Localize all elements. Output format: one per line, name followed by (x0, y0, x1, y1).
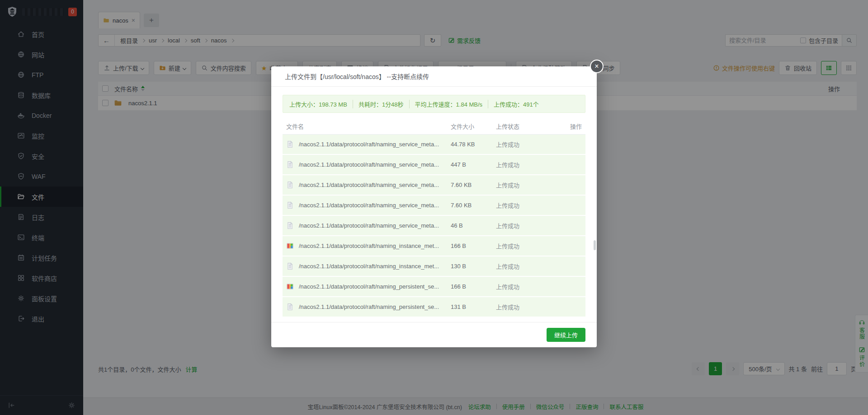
upload-row: /nacos2.1.1/data/protocol/raft/naming_se… (283, 155, 585, 174)
upload-row: /nacos2.1.1/data/protocol/raft/naming_se… (283, 175, 585, 195)
upload-file-status: 上传成功 (496, 201, 564, 210)
upload-file-name: /nacos2.1.1/data/protocol/raft/naming_in… (299, 263, 439, 270)
upload-file-name: /nacos2.1.1/data/protocol/raft/naming_se… (299, 141, 439, 148)
upload-file-size: 44.78 KB (451, 141, 496, 148)
doc-file-icon (286, 181, 294, 189)
dialog-footer: 继续上传 (271, 322, 597, 347)
upload-file-status: 上传成功 (496, 282, 564, 291)
upload-file-status: 上传成功 (496, 140, 564, 149)
upload-row: /nacos2.1.1/data/protocol/raft/naming_se… (283, 196, 585, 215)
stat-avg-speed: 平均上传速度：1.84 MB/s (409, 100, 488, 108)
upload-file-status: 上传成功 (496, 242, 564, 250)
dialog-close-button[interactable]: × (590, 60, 604, 73)
upload-file-status: 上传成功 (496, 160, 564, 169)
upload-row: /nacos2.1.1/data/protocol/raft/naming_se… (283, 216, 585, 235)
upload-file-name: /nacos2.1.1/data/protocol/raft/naming_se… (299, 161, 439, 168)
col-filesize: 文件大小 (451, 122, 496, 131)
upload-file-name: /nacos2.1.1/data/protocol/raft/naming_pe… (299, 283, 439, 290)
upload-file-list: /nacos2.1.1/data/protocol/raft/naming_se… (283, 135, 585, 318)
upload-file-name: /nacos2.1.1/data/protocol/raft/naming_in… (299, 242, 439, 249)
doc-file-icon (286, 161, 294, 168)
upload-file-status: 上传成功 (496, 262, 564, 270)
col-action: 操作 (564, 122, 582, 131)
doc-file-icon (286, 262, 294, 270)
upload-row: /nacos2.1.1/data/protocol/raft/naming_in… (283, 256, 585, 276)
upload-file-size: 447 B (451, 161, 496, 168)
upload-file-status: 上传成功 (496, 303, 564, 311)
archive-file-icon (286, 283, 294, 290)
doc-file-icon (286, 201, 294, 209)
upload-file-size: 130 B (451, 263, 496, 270)
upload-file-name: /nacos2.1.1/data/protocol/raft/naming_pe… (299, 303, 439, 310)
upload-file-size: 166 B (451, 242, 496, 249)
upload-stats-bar: 上传大小：198.73 MB 共耗时：1分48秒 平均上传速度：1.84 MB/… (283, 95, 585, 113)
doc-file-icon (286, 222, 294, 229)
doc-file-icon (286, 140, 294, 148)
col-status: 上传状态 (496, 122, 564, 131)
stat-upload-size: 上传大小：198.73 MB (289, 100, 353, 108)
upload-row: /nacos2.1.1/data/protocol/raft/naming_pe… (283, 297, 585, 317)
upload-file-name: /nacos2.1.1/data/protocol/raft/naming_se… (299, 202, 439, 209)
stat-success-count: 上传成功：491个 (488, 100, 544, 108)
upload-file-status: 上传成功 (496, 181, 564, 189)
upload-dialog: × 上传文件到【/usr/local/soft/nacos】 --支持断点续传 … (271, 66, 597, 347)
upload-table: 文件名 文件大小 上传状态 操作 /nacos2.1.1/data/protoc… (283, 118, 585, 318)
continue-upload-button[interactable]: 继续上传 (547, 328, 585, 342)
upload-file-size: 7.60 KB (451, 202, 496, 209)
upload-file-status: 上传成功 (496, 221, 564, 230)
archive-file-icon (286, 242, 294, 250)
upload-file-size: 131 B (451, 303, 496, 310)
upload-row: /nacos2.1.1/data/protocol/raft/naming_in… (283, 236, 585, 256)
upload-file-name: /nacos2.1.1/data/protocol/raft/naming_se… (299, 182, 439, 188)
upload-row: /nacos2.1.1/data/protocol/raft/naming_se… (283, 135, 585, 154)
col-filename: 文件名 (286, 122, 451, 131)
stat-elapsed-time: 共耗时：1分48秒 (353, 100, 409, 108)
upload-file-size: 46 B (451, 222, 496, 229)
upload-file-name: /nacos2.1.1/data/protocol/raft/naming_se… (299, 222, 439, 229)
upload-row: /nacos2.1.1/data/protocol/raft/naming_pe… (283, 277, 585, 296)
upload-file-size: 166 B (451, 283, 496, 290)
upload-table-header: 文件名 文件大小 上传状态 操作 (283, 118, 585, 135)
dialog-title: 上传文件到【/usr/local/soft/nacos】 --支持断点续传 (271, 66, 597, 87)
modal-scrollbar-thumb[interactable] (594, 240, 596, 250)
upload-file-size: 7.60 KB (451, 182, 496, 188)
doc-file-icon (286, 303, 294, 311)
